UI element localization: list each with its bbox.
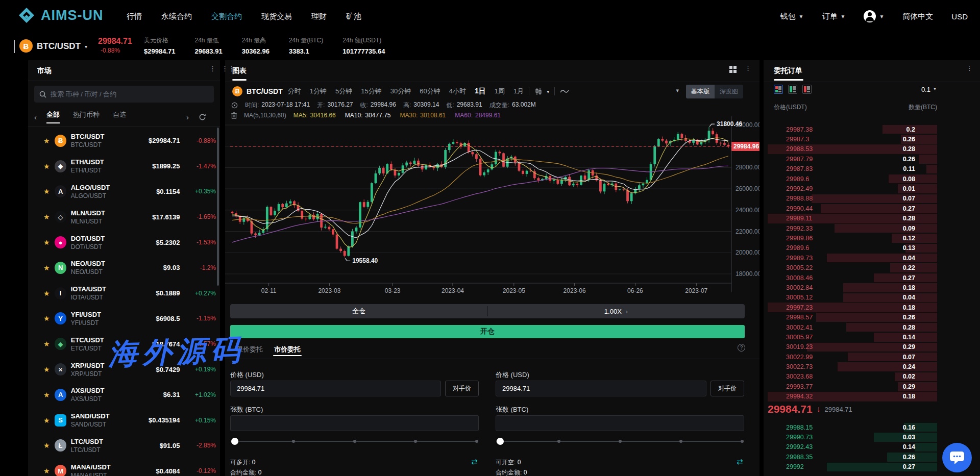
- orders-menu[interactable]: 订单▼: [822, 12, 846, 21]
- nav-item-交割合约[interactable]: 交割合约: [211, 12, 242, 21]
- orderbook-ask-row[interactable]: 30005.970.14: [764, 332, 980, 342]
- timeframe-4小时[interactable]: 4小时: [449, 87, 466, 96]
- help-icon[interactable]: ?: [738, 344, 745, 352]
- pair-selector[interactable]: BTC/USDT▾: [37, 41, 87, 52]
- tabs-next-icon[interactable]: ›: [186, 113, 199, 121]
- timeframe-1月[interactable]: 1月: [513, 87, 524, 96]
- favorite-star-icon[interactable]: ★: [43, 365, 54, 373]
- current-price-row[interactable]: 29984.71 ↓ 29984.71: [768, 403, 852, 415]
- favorite-star-icon[interactable]: ★: [43, 314, 54, 322]
- orderbook-ask-row[interactable]: 29990.440.27: [764, 204, 980, 213]
- layout-grid-icon[interactable]: [729, 65, 737, 73]
- sidebar-tab-全部[interactable]: 全部: [46, 110, 60, 123]
- nav-item-永续合约[interactable]: 永续合约: [161, 12, 192, 21]
- favorite-star-icon[interactable]: ★: [43, 137, 54, 145]
- orderbook-ask-row[interactable]: 29992.330.09: [764, 223, 980, 233]
- nav-item-矿池[interactable]: 矿池: [346, 12, 361, 21]
- favorite-star-icon[interactable]: ★: [43, 340, 54, 348]
- leverage-button[interactable]: 1.00X›: [487, 304, 745, 318]
- tabs-prev-icon[interactable]: ‹: [34, 113, 46, 121]
- orderbook-bid-row[interactable]: 29988.150.16: [764, 422, 980, 432]
- short-price-input[interactable]: [496, 381, 706, 396]
- orderbook-ask-row[interactable]: 29989.60.13: [764, 243, 980, 253]
- orderbook-ask-row[interactable]: 29998.570.26: [764, 312, 980, 322]
- sidebar-tab-自选[interactable]: 自选: [113, 110, 126, 123]
- timeframe-1日[interactable]: 1日: [475, 87, 486, 96]
- coin-row-BTC[interactable]: ★ɃBTC/USDTBTC/USDT$29984.71-0.88%: [28, 128, 220, 154]
- coin-row-MANA[interactable]: ★MMANA/USDTMANA/USDT$0.4084-0.12%: [28, 458, 220, 476]
- orderbook-ask-row[interactable]: 29987.380.2: [764, 124, 980, 134]
- favorite-star-icon[interactable]: ★: [43, 213, 54, 221]
- favorite-star-icon[interactable]: ★: [43, 441, 54, 449]
- orderbook-ask-row[interactable]: 29989.60.08: [764, 174, 980, 184]
- orderbook-ask-row[interactable]: 30022.990.07: [764, 352, 980, 362]
- view-asks-icon[interactable]: [802, 85, 812, 94]
- favorite-star-icon[interactable]: ★: [43, 391, 54, 399]
- panel-drag-handle-icon[interactable]: ⋮⋮: [222, 67, 235, 70]
- long-qty-input[interactable]: [230, 415, 479, 431]
- chevron-down-icon[interactable]: ▾: [547, 89, 549, 94]
- orderbook-ask-row[interactable]: 29988.530.28: [764, 144, 980, 154]
- long-qty-slider[interactable]: [232, 438, 477, 445]
- coin-row-ALGO[interactable]: ★AALGO/USDTALGO/USDT$0.1154+0.35%: [28, 179, 220, 205]
- view-bids-icon[interactable]: [788, 85, 797, 94]
- coin-row-XRP[interactable]: ★×XRP/USDTXRP/USDT$0.7429+0.19%: [28, 357, 220, 382]
- favorite-star-icon[interactable]: ★: [43, 289, 54, 297]
- orderbook-ask-row[interactable]: 29987.830.11: [764, 164, 980, 174]
- coin-row-ETC[interactable]: ★◆ETC/USDTETC/USDT$18.7674-0.57%: [28, 331, 220, 357]
- orderbook-ask-row[interactable]: 29989.860.12: [764, 233, 980, 243]
- coin-row-MLN[interactable]: ★◇MLN/USDTMLN/USDT$17.6139-1.65%: [28, 204, 220, 230]
- coin-row-DOT[interactable]: ★●DOT/USDTDOT/USDT$5.2302-1.53%: [28, 230, 220, 255]
- view-depth-tab[interactable]: 深度图: [715, 85, 743, 98]
- orderbook-ask-row[interactable]: 29989.110.28: [764, 214, 980, 223]
- orderbook-bid-row[interactable]: 29990.730.03: [764, 432, 980, 442]
- currency-selector[interactable]: USD: [951, 12, 968, 21]
- timeframe-5分钟[interactable]: 5分钟: [335, 87, 352, 96]
- favorite-star-icon[interactable]: ★: [43, 416, 54, 424]
- orderbook-ask-row[interactable]: 30022.730.24: [764, 362, 980, 371]
- line-overlay-icon[interactable]: [560, 88, 569, 95]
- long-counter-price-button[interactable]: 对手价: [445, 381, 479, 396]
- orderbook-ask-row[interactable]: 30023.680.02: [764, 372, 980, 382]
- precision-selector[interactable]: 0.1▾: [921, 86, 936, 93]
- tab-market-order[interactable]: 市价委托: [274, 345, 301, 354]
- slider-knob[interactable]: [231, 438, 238, 445]
- coin-row-IOTA[interactable]: ★IIOTA/USDTIOTA/USDT$0.1889+0.27%: [28, 281, 220, 306]
- orderbook-ask-row[interactable]: 30005.220.22: [764, 263, 980, 272]
- chevron-down-icon[interactable]: ▾: [676, 87, 679, 94]
- timeframe-60分钟[interactable]: 60分钟: [420, 87, 440, 96]
- open-position-button[interactable]: 开仓: [230, 325, 745, 338]
- nav-item-理财[interactable]: 理财: [311, 12, 327, 21]
- orderbook-ask-row[interactable]: 30002.840.18: [764, 283, 980, 292]
- long-price-input[interactable]: [230, 381, 441, 396]
- coin-row-SAND[interactable]: ★SSAND/USDTSAND/USDT$0.435194+0.15%: [28, 408, 220, 433]
- coin-row-AXS[interactable]: ★AAXS/USDTAXS/USDT$6.31+1.02%: [28, 382, 220, 408]
- orderbook-ask-row[interactable]: 29987.790.26: [764, 154, 980, 164]
- search-input[interactable]: [51, 90, 199, 98]
- sidebar-scrollbar[interactable]: [217, 128, 219, 286]
- slider-knob[interactable]: [497, 438, 504, 445]
- favorite-star-icon[interactable]: ★: [43, 264, 54, 272]
- language-selector[interactable]: 简体中文: [902, 12, 933, 21]
- short-qty-input[interactable]: [496, 415, 744, 431]
- short-counter-price-button[interactable]: 对手价: [710, 381, 744, 396]
- orderbook-ask-row[interactable]: 29987.30.26: [764, 134, 980, 144]
- chart-panel-menu-icon[interactable]: ⋮: [745, 67, 751, 69]
- orderbook-ask-row[interactable]: 29992.490.01: [764, 184, 980, 193]
- orderbook-ask-row[interactable]: 30019.230.29: [764, 342, 980, 352]
- orderbook-ask-row[interactable]: 30008.460.27: [764, 273, 980, 283]
- candle-style-icon[interactable]: [534, 87, 543, 95]
- orderbook-ask-row[interactable]: 30005.120.04: [764, 293, 980, 303]
- account-menu[interactable]: ▼: [864, 10, 884, 22]
- timeframe-15分钟[interactable]: 15分钟: [361, 87, 381, 96]
- orderbook-ask-row[interactable]: 29993.770.29: [764, 382, 980, 391]
- orderbook-ask-row[interactable]: 29997.230.18: [764, 303, 980, 312]
- sidebar-menu-icon[interactable]: ⋮: [209, 67, 216, 70]
- tab-limit-order[interactable]: 限价委托: [236, 345, 263, 354]
- view-basic-tab[interactable]: 基本版: [686, 85, 715, 98]
- coin-row-YFI[interactable]: ★YYFI/USDTYFI/USDT$6908.5-1.15%: [28, 306, 220, 332]
- timeframe-分时[interactable]: 分时: [288, 87, 301, 96]
- swap-icon[interactable]: ⇄: [471, 457, 478, 466]
- favorite-star-icon[interactable]: ★: [43, 467, 54, 475]
- refresh-icon[interactable]: [199, 113, 214, 121]
